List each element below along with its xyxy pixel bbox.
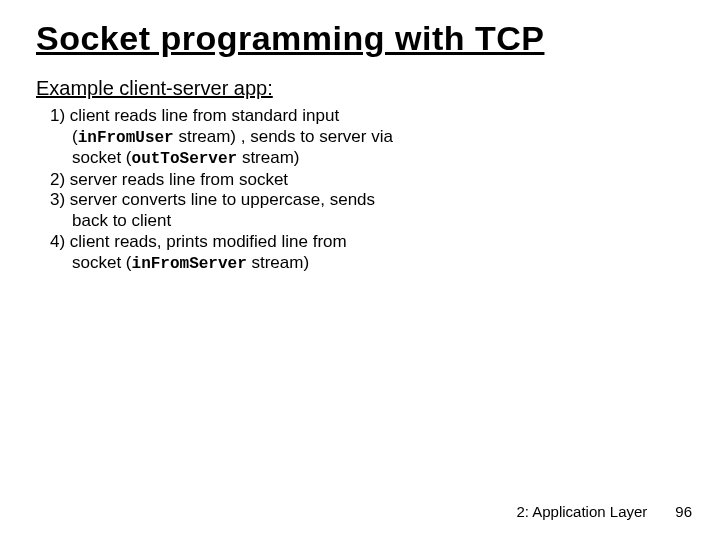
step-2: 2) server reads line from socket [36,170,396,191]
step-4: 4) client reads, prints modified line fr… [36,232,396,274]
steps-list: 1) client reads line from standard input… [36,106,396,274]
footer-chapter: 2: Application Layer [516,503,647,520]
step-3: 3) server converts line to uppercase, se… [36,190,396,231]
slide: Socket programming with TCP Example clie… [0,0,720,540]
step-4-code: inFromServer [132,255,247,273]
step-1-code-2: outToServer [132,150,238,168]
subheading: Example client-server app: [36,77,684,100]
step-4-text-b: stream) [247,253,309,272]
footer-page-number: 96 [675,503,692,520]
slide-title: Socket programming with TCP [36,18,684,59]
slide-footer: 2: Application Layer 96 [516,503,692,520]
step-1: 1) client reads line from standard input… [36,106,396,170]
step-1-text-c: stream) [237,148,299,167]
step-1-code-1: inFromUser [78,129,174,147]
